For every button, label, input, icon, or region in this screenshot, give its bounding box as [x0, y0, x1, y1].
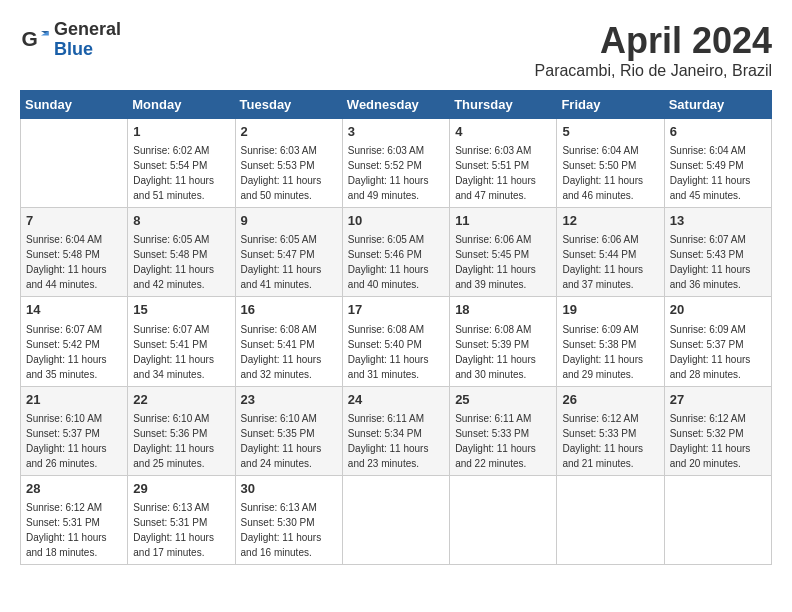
calendar-table: SundayMondayTuesdayWednesdayThursdayFrid… [20, 90, 772, 565]
day-info: Sunrise: 6:04 AMSunset: 5:49 PMDaylight:… [670, 143, 766, 203]
header-cell-monday: Monday [128, 91, 235, 119]
day-number: 12 [562, 212, 658, 230]
day-info: Sunrise: 6:10 AMSunset: 5:36 PMDaylight:… [133, 411, 229, 471]
day-cell: 2Sunrise: 6:03 AMSunset: 5:53 PMDaylight… [235, 119, 342, 208]
header-cell-saturday: Saturday [664, 91, 771, 119]
page-header: G General Blue April 2024 Paracambi, Rio… [20, 20, 772, 80]
day-info: Sunrise: 6:02 AMSunset: 5:54 PMDaylight:… [133, 143, 229, 203]
day-info: Sunrise: 6:08 AMSunset: 5:39 PMDaylight:… [455, 322, 551, 382]
day-cell: 23Sunrise: 6:10 AMSunset: 5:35 PMDayligh… [235, 386, 342, 475]
day-number: 1 [133, 123, 229, 141]
week-row-2: 7Sunrise: 6:04 AMSunset: 5:48 PMDaylight… [21, 208, 772, 297]
day-number: 22 [133, 391, 229, 409]
day-info: Sunrise: 6:03 AMSunset: 5:51 PMDaylight:… [455, 143, 551, 203]
day-info: Sunrise: 6:10 AMSunset: 5:37 PMDaylight:… [26, 411, 122, 471]
day-number: 9 [241, 212, 337, 230]
day-number: 7 [26, 212, 122, 230]
header-row: SundayMondayTuesdayWednesdayThursdayFrid… [21, 91, 772, 119]
day-cell: 27Sunrise: 6:12 AMSunset: 5:32 PMDayligh… [664, 386, 771, 475]
day-info: Sunrise: 6:03 AMSunset: 5:53 PMDaylight:… [241, 143, 337, 203]
day-info: Sunrise: 6:09 AMSunset: 5:38 PMDaylight:… [562, 322, 658, 382]
logo: G General Blue [20, 20, 121, 60]
day-info: Sunrise: 6:05 AMSunset: 5:47 PMDaylight:… [241, 232, 337, 292]
day-cell: 4Sunrise: 6:03 AMSunset: 5:51 PMDaylight… [450, 119, 557, 208]
day-cell: 17Sunrise: 6:08 AMSunset: 5:40 PMDayligh… [342, 297, 449, 386]
day-number: 15 [133, 301, 229, 319]
day-info: Sunrise: 6:04 AMSunset: 5:50 PMDaylight:… [562, 143, 658, 203]
month-title: April 2024 [535, 20, 772, 62]
day-number: 14 [26, 301, 122, 319]
day-cell: 9Sunrise: 6:05 AMSunset: 5:47 PMDaylight… [235, 208, 342, 297]
day-cell: 30Sunrise: 6:13 AMSunset: 5:30 PMDayligh… [235, 475, 342, 564]
day-number: 24 [348, 391, 444, 409]
svg-text:G: G [22, 27, 38, 50]
day-number: 6 [670, 123, 766, 141]
day-info: Sunrise: 6:12 AMSunset: 5:31 PMDaylight:… [26, 500, 122, 560]
day-number: 10 [348, 212, 444, 230]
day-number: 28 [26, 480, 122, 498]
day-cell: 25Sunrise: 6:11 AMSunset: 5:33 PMDayligh… [450, 386, 557, 475]
day-cell: 14Sunrise: 6:07 AMSunset: 5:42 PMDayligh… [21, 297, 128, 386]
day-cell: 19Sunrise: 6:09 AMSunset: 5:38 PMDayligh… [557, 297, 664, 386]
day-cell [664, 475, 771, 564]
day-number: 21 [26, 391, 122, 409]
header-cell-wednesday: Wednesday [342, 91, 449, 119]
day-number: 30 [241, 480, 337, 498]
day-info: Sunrise: 6:08 AMSunset: 5:40 PMDaylight:… [348, 322, 444, 382]
day-number: 29 [133, 480, 229, 498]
header-cell-tuesday: Tuesday [235, 91, 342, 119]
day-number: 20 [670, 301, 766, 319]
day-info: Sunrise: 6:03 AMSunset: 5:52 PMDaylight:… [348, 143, 444, 203]
day-cell: 5Sunrise: 6:04 AMSunset: 5:50 PMDaylight… [557, 119, 664, 208]
day-info: Sunrise: 6:07 AMSunset: 5:43 PMDaylight:… [670, 232, 766, 292]
day-cell: 6Sunrise: 6:04 AMSunset: 5:49 PMDaylight… [664, 119, 771, 208]
day-cell: 22Sunrise: 6:10 AMSunset: 5:36 PMDayligh… [128, 386, 235, 475]
day-number: 8 [133, 212, 229, 230]
day-cell: 28Sunrise: 6:12 AMSunset: 5:31 PMDayligh… [21, 475, 128, 564]
day-info: Sunrise: 6:12 AMSunset: 5:33 PMDaylight:… [562, 411, 658, 471]
day-info: Sunrise: 6:10 AMSunset: 5:35 PMDaylight:… [241, 411, 337, 471]
week-row-3: 14Sunrise: 6:07 AMSunset: 5:42 PMDayligh… [21, 297, 772, 386]
day-cell: 18Sunrise: 6:08 AMSunset: 5:39 PMDayligh… [450, 297, 557, 386]
day-info: Sunrise: 6:11 AMSunset: 5:33 PMDaylight:… [455, 411, 551, 471]
day-info: Sunrise: 6:05 AMSunset: 5:48 PMDaylight:… [133, 232, 229, 292]
day-number: 17 [348, 301, 444, 319]
day-cell: 16Sunrise: 6:08 AMSunset: 5:41 PMDayligh… [235, 297, 342, 386]
day-info: Sunrise: 6:13 AMSunset: 5:31 PMDaylight:… [133, 500, 229, 560]
day-cell: 13Sunrise: 6:07 AMSunset: 5:43 PMDayligh… [664, 208, 771, 297]
day-number: 18 [455, 301, 551, 319]
header-cell-thursday: Thursday [450, 91, 557, 119]
day-number: 5 [562, 123, 658, 141]
day-cell [450, 475, 557, 564]
day-cell: 24Sunrise: 6:11 AMSunset: 5:34 PMDayligh… [342, 386, 449, 475]
day-cell: 7Sunrise: 6:04 AMSunset: 5:48 PMDaylight… [21, 208, 128, 297]
day-cell: 1Sunrise: 6:02 AMSunset: 5:54 PMDaylight… [128, 119, 235, 208]
day-info: Sunrise: 6:11 AMSunset: 5:34 PMDaylight:… [348, 411, 444, 471]
day-number: 4 [455, 123, 551, 141]
day-number: 27 [670, 391, 766, 409]
day-number: 25 [455, 391, 551, 409]
day-cell [557, 475, 664, 564]
calendar-body: 1Sunrise: 6:02 AMSunset: 5:54 PMDaylight… [21, 119, 772, 565]
logo-blue: Blue [54, 40, 121, 60]
day-number: 16 [241, 301, 337, 319]
day-info: Sunrise: 6:12 AMSunset: 5:32 PMDaylight:… [670, 411, 766, 471]
week-row-1: 1Sunrise: 6:02 AMSunset: 5:54 PMDaylight… [21, 119, 772, 208]
header-cell-sunday: Sunday [21, 91, 128, 119]
day-cell: 26Sunrise: 6:12 AMSunset: 5:33 PMDayligh… [557, 386, 664, 475]
day-number: 26 [562, 391, 658, 409]
day-number: 13 [670, 212, 766, 230]
day-cell: 21Sunrise: 6:10 AMSunset: 5:37 PMDayligh… [21, 386, 128, 475]
day-cell: 8Sunrise: 6:05 AMSunset: 5:48 PMDaylight… [128, 208, 235, 297]
day-cell: 15Sunrise: 6:07 AMSunset: 5:41 PMDayligh… [128, 297, 235, 386]
day-number: 23 [241, 391, 337, 409]
day-cell: 10Sunrise: 6:05 AMSunset: 5:46 PMDayligh… [342, 208, 449, 297]
day-info: Sunrise: 6:06 AMSunset: 5:45 PMDaylight:… [455, 232, 551, 292]
week-row-4: 21Sunrise: 6:10 AMSunset: 5:37 PMDayligh… [21, 386, 772, 475]
day-info: Sunrise: 6:09 AMSunset: 5:37 PMDaylight:… [670, 322, 766, 382]
day-info: Sunrise: 6:13 AMSunset: 5:30 PMDaylight:… [241, 500, 337, 560]
day-info: Sunrise: 6:06 AMSunset: 5:44 PMDaylight:… [562, 232, 658, 292]
day-cell [342, 475, 449, 564]
day-number: 19 [562, 301, 658, 319]
day-number: 2 [241, 123, 337, 141]
